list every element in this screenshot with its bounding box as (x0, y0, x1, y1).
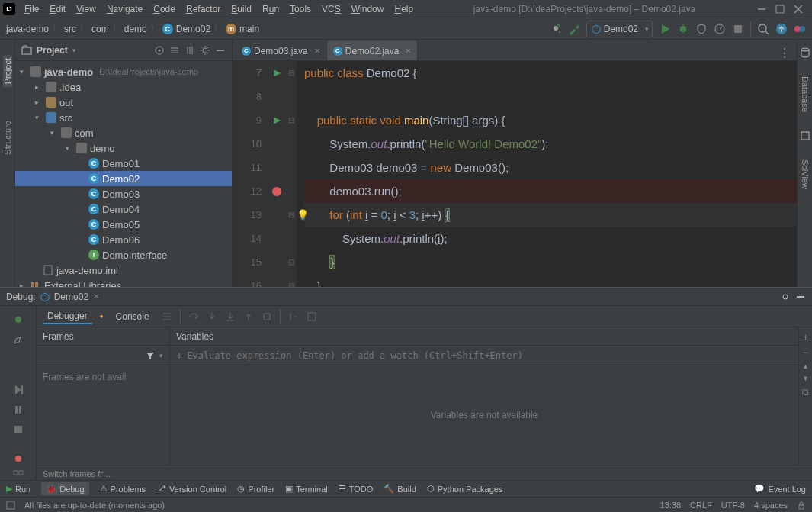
ide-features-icon[interactable] (794, 23, 806, 35)
add-config-icon[interactable] (550, 23, 562, 35)
crumb-demo[interactable]: demo (124, 24, 147, 34)
close-icon[interactable]: ✕ (405, 47, 411, 55)
menu-view[interactable]: View (72, 2, 101, 16)
tab-demo03[interactable]: CDemo03.java✕ (236, 41, 327, 60)
database-icon[interactable] (800, 47, 810, 58)
minimize-icon[interactable] (757, 5, 766, 14)
tool-debug[interactable]: 🐞Debug (41, 482, 88, 495)
filter-icon[interactable] (146, 351, 155, 360)
tree-demo[interactable]: ▾demo (15, 140, 232, 156)
tree-demo02[interactable]: CDemo02 (15, 171, 232, 186)
status-icon[interactable] (6, 501, 15, 510)
gear-icon[interactable] (780, 291, 791, 302)
tool-problems[interactable]: ⚠Problems (100, 484, 146, 494)
stripe-database[interactable]: Database (801, 73, 810, 115)
menu-code[interactable]: Code (149, 2, 180, 16)
step-out-icon[interactable] (243, 311, 254, 322)
stripe-structure[interactable]: Structure (3, 118, 12, 158)
pause-icon[interactable] (12, 404, 24, 416)
step-into-icon[interactable] (207, 311, 217, 322)
hammer-icon[interactable] (568, 23, 580, 35)
hide-icon[interactable] (795, 291, 806, 302)
tree-root[interactable]: ▾java-demoD:\IdeaProjects\java-demo (15, 64, 232, 79)
tree-demo01[interactable]: CDemo01 (15, 156, 232, 171)
evaluate-icon[interactable] (307, 311, 317, 322)
menu-file[interactable]: File (20, 2, 43, 16)
tree-idea[interactable]: ▸.idea (15, 79, 232, 95)
menu-navigate[interactable]: Navigate (102, 2, 147, 16)
run-line-icon[interactable]: ▶ (274, 61, 281, 85)
breakpoint-badge-icon[interactable] (15, 456, 21, 462)
tree-demo05[interactable]: CDemo05 (15, 217, 232, 232)
tree-demointerface[interactable]: IDemoInterface (15, 247, 232, 262)
menu-tools[interactable]: Tools (285, 2, 316, 16)
menu-help[interactable]: Help (390, 2, 418, 16)
tool-terminal[interactable]: ▣Terminal (285, 484, 328, 494)
run-icon[interactable] (659, 23, 671, 35)
debugger-tab[interactable]: Debugger (43, 309, 92, 324)
stripe-project[interactable]: Project (3, 55, 12, 87)
force-step-into-icon[interactable] (225, 311, 236, 322)
close-icon[interactable] (794, 5, 803, 14)
intention-bulb-icon[interactable]: 💡 (297, 203, 309, 227)
menu-build[interactable]: Build (226, 2, 256, 16)
copy-icon[interactable]: ⧉ (802, 387, 809, 398)
threads-icon[interactable] (162, 311, 172, 322)
tree-iml[interactable]: java-demo.iml (15, 262, 232, 278)
coverage-icon[interactable] (695, 23, 708, 35)
remove-icon[interactable]: − (803, 347, 808, 358)
collapse-all-icon[interactable] (185, 45, 195, 56)
tree-src[interactable]: ▾src (15, 110, 232, 125)
menu-vcs[interactable]: VCS (317, 2, 345, 16)
run-line-icon[interactable]: ▶ (274, 108, 281, 132)
breakpoint-icon[interactable] (272, 187, 281, 196)
evaluate-input[interactable] (187, 350, 792, 361)
run-config-dropdown[interactable]: Demo02 (586, 21, 653, 37)
up-icon[interactable]: ▲ (802, 362, 809, 370)
crumb-project[interactable]: java-demo (6, 24, 49, 34)
profiler-run-icon[interactable] (714, 23, 726, 35)
search-icon[interactable] (757, 23, 769, 35)
menu-run[interactable]: Run (258, 2, 284, 16)
update-icon[interactable] (775, 23, 788, 35)
tool-python[interactable]: ⬡Python Packages (427, 484, 503, 494)
status-indent[interactable]: 4 spaces (754, 501, 788, 510)
menu-edit[interactable]: Edit (45, 2, 70, 16)
crumb-method[interactable]: main (239, 24, 259, 34)
down-icon[interactable]: ▼ (802, 375, 809, 382)
crumb-src[interactable]: src (64, 24, 76, 34)
lock-icon[interactable] (797, 501, 806, 510)
menu-window[interactable]: Window (347, 2, 389, 16)
stripe-sciview[interactable]: SciView (801, 156, 810, 192)
tool-profiler[interactable]: ◷Profiler (237, 484, 274, 494)
maximize-icon[interactable] (775, 5, 785, 14)
debug-icon[interactable] (677, 23, 689, 35)
stop-icon[interactable] (732, 23, 744, 35)
hide-icon[interactable] (215, 45, 226, 56)
sciview-icon[interactable] (800, 130, 810, 141)
rerun-debug-icon[interactable] (12, 314, 24, 326)
tree-com[interactable]: ▾com (15, 125, 232, 140)
add-watch-icon[interactable]: + (176, 349, 182, 362)
menu-refactor[interactable]: Refactor (181, 2, 225, 16)
tool-build[interactable]: 🔨Build (384, 484, 416, 494)
tab-demo02[interactable]: CDemo02.java✕ (327, 41, 419, 60)
resume-icon[interactable] (12, 384, 24, 396)
stop-icon[interactable] (12, 423, 24, 436)
tree-demo06[interactable]: CDemo06 (15, 232, 232, 247)
tool-event-log[interactable]: 💬Event Log (754, 484, 806, 494)
tab-options-icon[interactable]: ⋮ (772, 46, 797, 60)
tree-demo04[interactable]: CDemo04 (15, 201, 232, 217)
console-tab[interactable]: Console (111, 310, 154, 324)
crumb-com[interactable]: com (91, 24, 109, 34)
tree-out[interactable]: ▸out (15, 95, 232, 110)
select-opened-icon[interactable] (154, 45, 165, 56)
run-to-cursor-icon[interactable] (288, 311, 299, 322)
modify-run-icon[interactable] (12, 333, 24, 346)
close-icon[interactable]: ✕ (314, 47, 320, 55)
tool-todo[interactable]: ☰TODO (339, 484, 374, 494)
gear-icon[interactable] (200, 45, 210, 56)
tree-demo03[interactable]: CDemo03 (15, 186, 232, 201)
tool-vcs[interactable]: ⎇Version Control (156, 484, 226, 494)
status-eol[interactable]: CRLF (690, 501, 712, 510)
